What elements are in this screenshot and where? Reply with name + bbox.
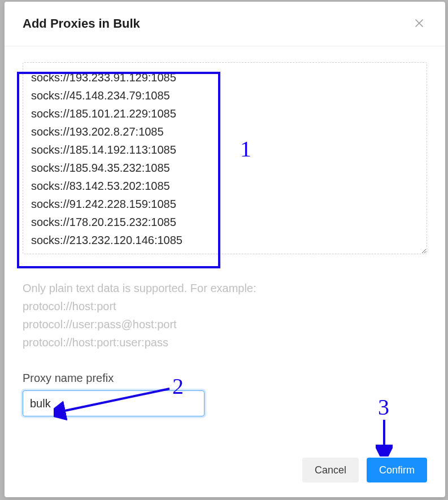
help-text: Only plain text data is supported. For e… — [23, 279, 427, 351]
modal-footer: Cancel Confirm — [5, 445, 445, 497]
prefix-row: Proxy name prefix — [23, 372, 427, 416]
prefix-input[interactable] — [23, 390, 205, 416]
confirm-button[interactable]: Confirm — [367, 458, 427, 482]
modal-body: Only plain text data is supported. For e… — [5, 46, 445, 445]
prefix-label: Proxy name prefix — [23, 372, 427, 385]
modal-title: Add Proxies in Bulk — [23, 16, 140, 31]
cancel-button[interactable]: Cancel — [302, 458, 359, 482]
proxies-textarea[interactable] — [23, 62, 427, 254]
close-button[interactable] — [411, 16, 427, 32]
modal-header: Add Proxies in Bulk — [5, 2, 445, 46]
help-line-2: protocol://host:port — [23, 297, 427, 315]
help-line-3: protocol://user:pass@host:port — [23, 315, 427, 333]
proxies-textarea-wrap — [23, 62, 427, 256]
help-line-1: Only plain text data is supported. For e… — [23, 279, 427, 297]
add-proxies-bulk-modal: Add Proxies in Bulk Only plain text data… — [5, 2, 445, 497]
close-icon — [414, 18, 424, 30]
help-line-4: protocol://host:port:user:pass — [23, 333, 427, 351]
